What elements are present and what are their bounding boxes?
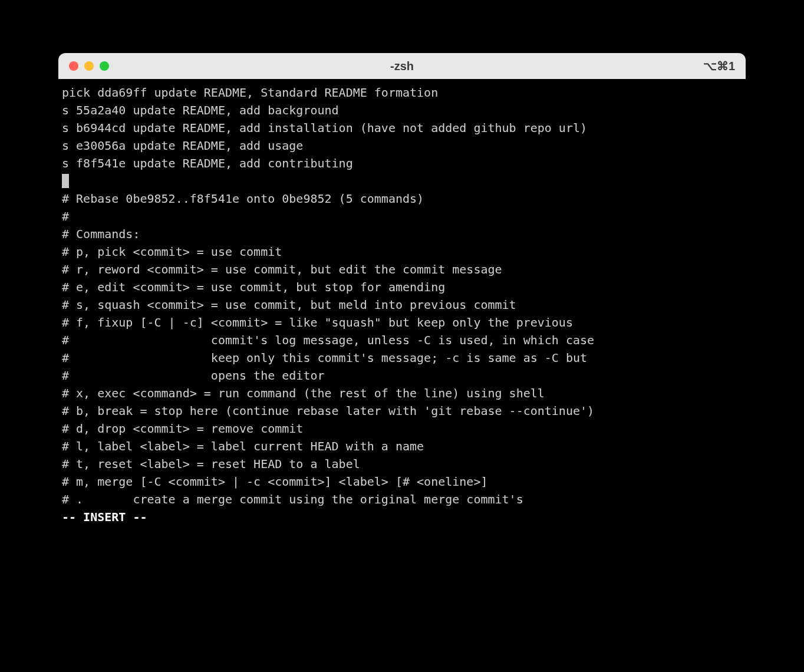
close-button[interactable] xyxy=(69,61,78,71)
comment-line: # f, fixup [-C | -c] <commit> = like "sq… xyxy=(62,314,742,331)
maximize-button[interactable] xyxy=(100,61,109,71)
comment-line: # e, edit <commit> = use commit, but sto… xyxy=(62,278,742,296)
comment-line: # b, break = stop here (continue rebase … xyxy=(62,402,742,420)
terminal-window: -zsh ⌥⌘1 pick dda69ff update README, Sta… xyxy=(58,53,746,562)
minimize-button[interactable] xyxy=(84,61,94,71)
window-shortcut: ⌥⌘1 xyxy=(703,59,735,73)
editor-line: s e30056a update README, add usage xyxy=(62,137,742,154)
comment-line: # d, drop <commit> = remove commit xyxy=(62,420,742,437)
editor-line: s 55a2a40 update README, add background xyxy=(62,101,742,119)
editor-line: pick dda69ff update README, Standard REA… xyxy=(62,84,742,101)
comment-line: # Commands: xyxy=(62,225,742,243)
comment-line: # xyxy=(62,207,742,225)
cursor-icon xyxy=(62,174,69,188)
comment-line: # p, pick <commit> = use commit xyxy=(62,243,742,261)
comment-line: # . create a merge commit using the orig… xyxy=(62,490,742,508)
comment-line: # s, squash <commit> = use commit, but m… xyxy=(62,296,742,314)
terminal-body[interactable]: pick dda69ff update README, Standard REA… xyxy=(58,79,746,562)
editor-line: s b6944cd update README, add installatio… xyxy=(62,119,742,137)
comment-line: # x, exec <command> = run command (the r… xyxy=(62,384,742,402)
comment-line: # t, reset <label> = reset HEAD to a lab… xyxy=(62,455,742,473)
comment-line: # r, reword <commit> = use commit, but e… xyxy=(62,261,742,278)
comment-line: # commit's log message, unless -C is use… xyxy=(62,331,742,349)
cursor-line xyxy=(62,172,742,190)
vim-mode-line: -- INSERT -- xyxy=(62,508,742,526)
window-title: -zsh xyxy=(390,60,414,73)
comment-line: # m, merge [-C <commit> | -c <commit>] <… xyxy=(62,473,742,490)
editor-line: s f8f541e update README, add contributin… xyxy=(62,154,742,172)
window-titlebar: -zsh ⌥⌘1 xyxy=(58,53,746,79)
comment-line: # opens the editor xyxy=(62,367,742,384)
comment-line: # keep only this commit's message; -c is… xyxy=(62,349,742,367)
traffic-lights xyxy=(69,61,109,71)
comment-line: # Rebase 0be9852..f8f541e onto 0be9852 (… xyxy=(62,190,742,207)
comment-line: # l, label <label> = label current HEAD … xyxy=(62,437,742,455)
